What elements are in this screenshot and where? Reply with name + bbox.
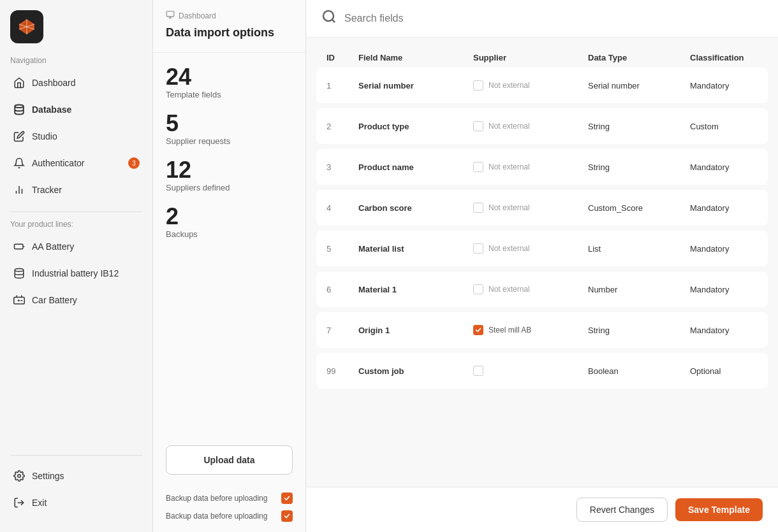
authenticator-badge: 3 bbox=[128, 157, 140, 169]
cell-field-name-1: Product type bbox=[358, 122, 473, 131]
sidebar-item-industrial-battery[interactable]: Industrial battery IB12 bbox=[5, 261, 147, 286]
cell-id-3: 4 bbox=[327, 203, 358, 213]
upload-area: Upload data bbox=[153, 445, 305, 485]
sidebar-item-settings[interactable]: Settings bbox=[5, 463, 147, 489]
cell-field-name-4: Material list bbox=[358, 244, 473, 254]
sidebar-item-authenticator-label: Authenticator bbox=[32, 158, 85, 168]
cell-data-type-0: Serial number bbox=[588, 81, 690, 90]
stat-number-1: 5 bbox=[166, 112, 293, 135]
cell-supplier-3: Not external bbox=[473, 203, 588, 213]
svg-rect-20 bbox=[166, 11, 174, 17]
product-lines-nav: AA Battery Industrial battery IB12 Car B… bbox=[0, 234, 152, 341]
exit-label: Exit bbox=[32, 498, 47, 508]
save-button[interactable]: Save Template bbox=[675, 498, 763, 521]
table-row: 7 Origin 1 Steel mill AB String Mandator… bbox=[316, 312, 768, 348]
cell-supplier-5: Not external bbox=[473, 284, 588, 294]
svg-line-24 bbox=[332, 20, 335, 22]
table-container: ID Field Name Supplier Data Type Classif… bbox=[306, 38, 778, 487]
industrial-battery-icon bbox=[13, 267, 26, 280]
col-header-field-name: Field Name bbox=[358, 53, 473, 62]
supplier-checkbox-5[interactable] bbox=[473, 284, 483, 294]
backup-checkbox-1[interactable] bbox=[281, 510, 293, 522]
exit-icon bbox=[13, 496, 26, 509]
cell-field-name-6: Origin 1 bbox=[358, 326, 473, 335]
revert-button[interactable]: Revert Changes bbox=[576, 498, 668, 522]
supplier-checkbox-1[interactable] bbox=[473, 121, 483, 131]
cell-id-7: 99 bbox=[327, 366, 358, 376]
supplier-checkbox-0[interactable] bbox=[473, 80, 483, 90]
col-header-data-type: Data Type bbox=[588, 53, 690, 62]
cell-id-2: 3 bbox=[327, 162, 358, 172]
car-battery-icon bbox=[13, 294, 26, 306]
cell-data-type-5: Number bbox=[588, 285, 690, 294]
cell-field-name-5: Material 1 bbox=[358, 285, 473, 294]
table-row: 4 Carbon score Not external Custom_Score… bbox=[316, 190, 768, 226]
supplier-checkbox-3[interactable] bbox=[473, 203, 483, 213]
cell-data-type-4: List bbox=[588, 244, 690, 254]
supplier-name-6: Steel mill AB bbox=[488, 326, 531, 334]
sidebar-divider-2 bbox=[10, 455, 142, 456]
sidebar-item-tracker[interactable]: Tracker bbox=[5, 177, 147, 203]
cell-classification-0: Mandatory bbox=[690, 81, 778, 90]
cell-data-type-1: String bbox=[588, 122, 690, 131]
stat-label-2: Suppliers defined bbox=[166, 183, 293, 192]
stat-label-3: Backups bbox=[166, 229, 293, 239]
backup-row-0: Backup data before uploading bbox=[166, 492, 293, 504]
cell-classification-6: Mandatory bbox=[690, 326, 778, 335]
sidebar-item-exit[interactable]: Exit bbox=[5, 490, 147, 515]
sidebar-item-aa-battery[interactable]: AA Battery bbox=[5, 234, 147, 259]
middle-panel: Dashboard Data import options 24 Templat… bbox=[153, 0, 306, 532]
stats-area: 24 Template fields 5 Supplier requests 1… bbox=[153, 53, 305, 445]
stat-supplier-requests: 5 Supplier requests bbox=[166, 112, 293, 146]
car-battery-label: Car Battery bbox=[32, 295, 77, 305]
stat-template-fields: 24 Template fields bbox=[166, 66, 293, 99]
supplier-checkbox-6[interactable] bbox=[473, 325, 483, 335]
home-icon bbox=[13, 76, 26, 89]
backup-checkbox-0[interactable] bbox=[281, 492, 293, 504]
table-row: 2 Product type Not external String Custo… bbox=[316, 108, 768, 144]
backup-row-1: Backup data before uploading bbox=[166, 510, 293, 522]
bell-icon bbox=[13, 157, 26, 169]
backup-label-1: Backup data before uploading bbox=[166, 512, 267, 521]
chart-icon bbox=[13, 183, 26, 196]
cell-supplier-6: Steel mill AB bbox=[473, 325, 588, 335]
sidebar-item-studio-label: Studio bbox=[32, 131, 57, 141]
stat-number-0: 24 bbox=[166, 66, 293, 89]
supplier-name-4: Not external bbox=[488, 244, 530, 253]
col-header-supplier: Supplier bbox=[473, 53, 588, 62]
table-row: 99 Custom job Boolean Optional bbox=[316, 353, 768, 389]
footer: Revert Changes Save Template bbox=[306, 487, 778, 532]
supplier-checkbox-7[interactable] bbox=[473, 366, 483, 376]
middle-header: Dashboard Data import options bbox=[153, 0, 305, 53]
supplier-checkbox-4[interactable] bbox=[473, 243, 483, 254]
sidebar-item-dashboard[interactable]: Dashboard bbox=[5, 70, 147, 96]
svg-rect-9 bbox=[15, 244, 24, 249]
table-rows: 1 Serial number Not external Serial numb… bbox=[316, 68, 768, 389]
cell-classification-5: Mandatory bbox=[690, 285, 778, 294]
search-bar bbox=[306, 0, 778, 38]
search-input[interactable] bbox=[344, 13, 763, 24]
cell-supplier-7 bbox=[473, 366, 588, 376]
sidebar: Navigation Dashboard Database Studio Aut… bbox=[0, 0, 153, 532]
cell-classification-3: Mandatory bbox=[690, 203, 778, 213]
cell-data-type-2: String bbox=[588, 162, 690, 172]
upload-button[interactable]: Upload data bbox=[166, 445, 293, 475]
sidebar-item-database[interactable]: Database bbox=[5, 97, 147, 122]
stat-label-0: Template fields bbox=[166, 90, 293, 99]
col-header-classification: Classification bbox=[690, 53, 778, 62]
nav-label: Navigation bbox=[0, 56, 152, 70]
app-logo bbox=[10, 10, 43, 43]
cell-id-4: 5 bbox=[327, 244, 358, 254]
edit-icon bbox=[13, 130, 26, 143]
middle-title: Data import options bbox=[166, 26, 293, 40]
supplier-name-5: Not external bbox=[488, 285, 530, 294]
sidebar-item-car-battery[interactable]: Car Battery bbox=[5, 287, 147, 313]
supplier-checkbox-2[interactable] bbox=[473, 162, 483, 172]
backup-options: Backup data before uploading Backup data… bbox=[153, 485, 305, 532]
aa-battery-label: AA Battery bbox=[32, 241, 74, 252]
sidebar-item-authenticator[interactable]: Authenticator 3 bbox=[5, 150, 147, 176]
sidebar-item-tracker-label: Tracker bbox=[32, 185, 62, 195]
cell-field-name-3: Carbon score bbox=[358, 203, 473, 213]
sidebar-item-dashboard-label: Dashboard bbox=[32, 78, 76, 88]
sidebar-item-studio[interactable]: Studio bbox=[5, 124, 147, 149]
